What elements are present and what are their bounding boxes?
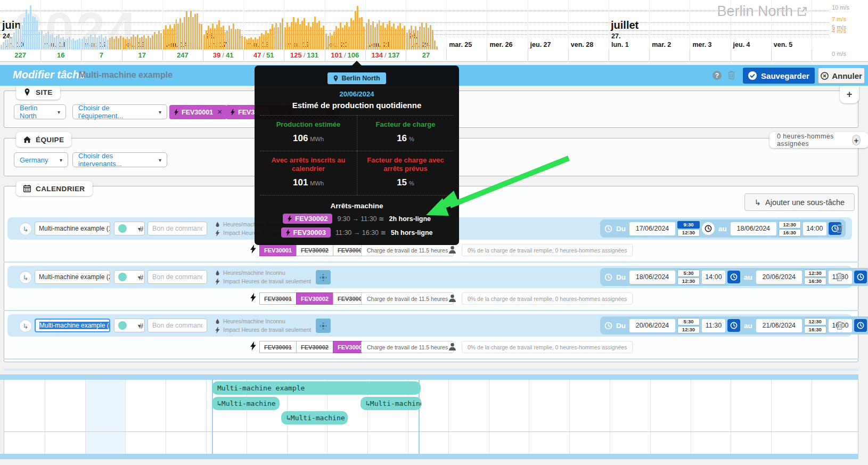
end-date-input[interactable]: 18/06/2024: [731, 222, 776, 235]
start-clock-button[interactable]: [727, 271, 740, 283]
delete-subtask-button[interactable]: [836, 224, 844, 233]
wind-day-column[interactable]: [284, 17, 324, 50]
wind-day-column[interactable]: [406, 22, 446, 50]
gantt-bar[interactable]: Multi-machine example: [212, 381, 421, 395]
wind-bar: [265, 30, 267, 50]
machine-option[interactable]: FEV30002: [296, 292, 333, 305]
end-time-option-2[interactable]: 16:30: [804, 326, 826, 333]
wind-day-column[interactable]: [1, 5, 40, 50]
wind-bar: [101, 34, 102, 50]
bolt-icon: [215, 230, 220, 236]
subtask-name-input[interactable]: Multi-machine example (3): [35, 319, 110, 332]
machine-option[interactable]: FEV30001: [259, 292, 296, 305]
end-date-input[interactable]: 21/06/2024: [756, 319, 802, 332]
machine-option[interactable]: FEV30001: [259, 341, 296, 353]
wind-bar: [58, 35, 60, 50]
help-icon[interactable]: ?: [713, 71, 722, 80]
start-time-option-2[interactable]: 12:30: [677, 278, 700, 285]
end-time-option-2[interactable]: 16:30: [779, 229, 801, 236]
order-number-input[interactable]: [148, 319, 207, 332]
start-date-input[interactable]: 17/06/2024: [629, 222, 675, 235]
wind-day-column[interactable]: [163, 11, 202, 50]
wind-bar: [107, 39, 109, 50]
wind-bar: [184, 17, 185, 50]
wind-day-column[interactable]: [366, 19, 405, 50]
subtask-name-input[interactable]: Multi-machine example (1): [35, 222, 110, 235]
wind-bar: [30, 5, 31, 50]
day-production-cell: [771, 50, 812, 61]
manhours-tab[interactable]: 0 heures-hommes assignées +: [769, 132, 868, 148]
end-clock-button[interactable]: [854, 319, 867, 332]
wind-day-column[interactable]: [244, 18, 283, 50]
end-time-input[interactable]: 14:00: [803, 222, 826, 235]
remove-tag-icon[interactable]: ✕: [217, 109, 222, 116]
wind-bar: [145, 38, 147, 50]
add-site-button[interactable]: +: [840, 85, 859, 103]
day-production-cell: [568, 50, 609, 61]
wind-bar: [263, 35, 265, 50]
order-number-input[interactable]: [148, 222, 207, 235]
status-dot-icon: [118, 224, 127, 233]
wind-day-column[interactable]: [41, 31, 80, 50]
end-time-option-1[interactable]: 12:30: [779, 221, 801, 229]
start-time-option-2[interactable]: 12:30: [677, 326, 700, 333]
wind-day-column[interactable]: [122, 30, 162, 50]
end-group: 18/06/2024 12:30 16:30 14:00: [731, 221, 841, 236]
end-clock-button[interactable]: [854, 271, 867, 283]
cancel-button[interactable]: Annuler: [818, 68, 865, 84]
machine-option[interactable]: FEV30001: [259, 244, 296, 256]
wind-bar: [226, 30, 228, 50]
site-select[interactable]: Berlin North▾: [14, 104, 66, 119]
machine-hours-note: Heures/machine Inconnu Impact Heures de …: [215, 268, 311, 285]
start-date-input[interactable]: 18/06/2024: [629, 271, 675, 284]
start-clock-button[interactable]: [702, 222, 715, 235]
equipment-select[interactable]: Choisir de l'équipement...▾: [72, 104, 167, 119]
move-button[interactable]: [316, 319, 331, 333]
order-number-input[interactable]: [148, 270, 207, 284]
wind-bar: [430, 25, 431, 50]
end-time-option-1[interactable]: 12:30: [804, 270, 826, 277]
wind-day-column[interactable]: [81, 34, 121, 50]
start-time-option-1[interactable]: 5:30: [677, 270, 700, 277]
equipment-tag[interactable]: FEV30001✕: [169, 105, 227, 119]
subtask-indent-icon: ↳: [19, 271, 32, 284]
wind-day-column[interactable]: [325, 6, 365, 50]
delete-subtask-button[interactable]: [836, 272, 844, 282]
end-time-option-2[interactable]: 16:30: [804, 278, 826, 285]
end-time-option-1[interactable]: 12:30: [804, 318, 826, 325]
machine-option[interactable]: FEV30002: [296, 244, 333, 256]
wind-bar: [432, 30, 433, 50]
team-select[interactable]: Germany▾: [14, 152, 68, 167]
gantt-bar[interactable]: ↳Multi-machine: [212, 397, 280, 410]
start-time-option-1[interactable]: 5:30: [677, 318, 700, 325]
move-button[interactable]: [316, 270, 331, 284]
wind-day-column[interactable]: [203, 20, 243, 50]
wind-bar: [210, 28, 211, 50]
delete-subtask-button[interactable]: [836, 321, 844, 330]
wind-bar: [41, 31, 43, 50]
delete-task-icon[interactable]: [727, 70, 735, 80]
wind-bar: [118, 38, 119, 50]
start-time-input[interactable]: 11:30: [702, 319, 725, 332]
machine-option[interactable]: FEV30002: [296, 341, 333, 353]
wind-bar: [52, 34, 53, 50]
start-time-option-2[interactable]: 12:30: [677, 229, 700, 236]
save-button[interactable]: Sauvegarder: [743, 68, 815, 84]
workers-select[interactable]: Choisir des intervenants...▾: [72, 152, 167, 167]
gantt-bar[interactable]: ↳Multi-machine: [281, 411, 348, 425]
end-date-input[interactable]: 20/06/2024: [756, 271, 802, 284]
start-clock-button[interactable]: [727, 319, 740, 332]
gantt-bar[interactable]: ↳Multi-machine: [361, 397, 421, 410]
person-icon: [448, 342, 456, 350]
bolt-icon: [288, 215, 292, 222]
subtask-name-input[interactable]: Multi-machine example (2): [35, 270, 110, 284]
start-date-input[interactable]: 20/06/2024: [629, 319, 675, 332]
machine-hours-note: Heures/machine Inconnu Impact Heures de …: [215, 317, 311, 334]
start-time-input[interactable]: 14:00: [702, 271, 725, 284]
chevron-down-icon: ▾: [159, 157, 161, 163]
open-site-icon[interactable]: [798, 7, 807, 16]
day-production-cell: 101/106: [325, 50, 366, 61]
add-subtask-button[interactable]: ↳ Ajouter une sous-tâche: [744, 193, 855, 211]
wind-bar: [404, 26, 405, 50]
start-time-option-1[interactable]: 9:30: [677, 221, 700, 229]
